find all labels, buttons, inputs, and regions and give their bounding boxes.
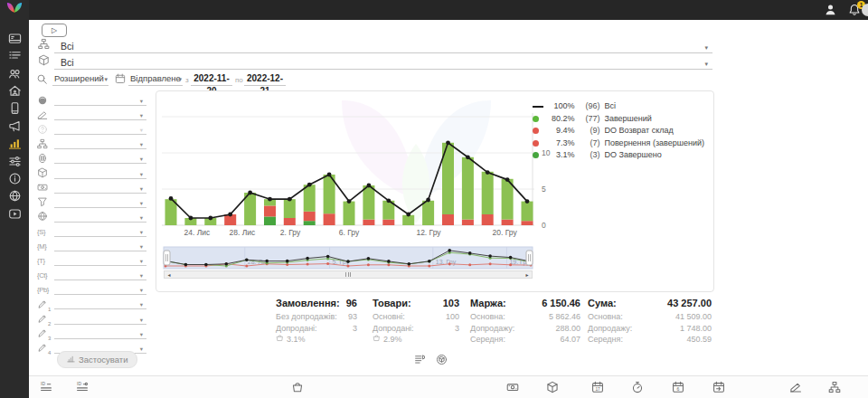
utm-term-filter-select[interactable]: {T} <box>36 252 146 267</box>
sidebar-item-info[interactable] <box>6 171 23 187</box>
bottombar-structure-icon[interactable] <box>828 381 841 397</box>
legend-percent: 80.2% <box>546 113 574 126</box>
utm-content-filter-select[interactable]: {Ct} <box>36 267 146 281</box>
legend-percent: 7.3% <box>546 137 574 150</box>
chevron-down-icon <box>140 127 143 134</box>
products-view-toggle[interactable] <box>436 353 448 369</box>
list-view-toggle[interactable] <box>414 353 426 369</box>
bottombar-orders-id-status-list-icon[interactable]: ID <box>76 381 89 397</box>
stat-row: Допродажу:1 748.00 <box>588 323 712 335</box>
legend-item[interactable]: 80.2%(77)Завершений <box>533 113 704 126</box>
chevron-down-icon <box>140 200 143 207</box>
run-report-button[interactable]: ▷ <box>42 24 67 37</box>
chevron-down-icon <box>140 243 143 251</box>
sidebar-item-dashboard[interactable] <box>6 30 23 46</box>
stat-row: Середня:64.07 <box>470 334 580 346</box>
stat-column: Товари:103Основні:100Допродані:32.9% <box>373 298 459 346</box>
chevron-down-icon <box>140 112 143 119</box>
payment-filter-select[interactable] <box>36 180 146 194</box>
utm-source-filter-select[interactable]: {S} <box>36 223 146 238</box>
select-underline <box>54 338 146 339</box>
user-avatar-icon[interactable] <box>824 3 837 20</box>
legend-item[interactable]: 100%(96)Всі <box>533 100 704 113</box>
bottombar-calendar-export-icon[interactable] <box>712 381 725 397</box>
legend-percent: 100% <box>546 100 574 113</box>
select-underline <box>54 178 146 179</box>
date-type-select[interactable]: Відправлене <box>128 72 183 86</box>
legend-count: (7) <box>578 137 599 150</box>
chart-scrollbar[interactable]: ◂ ▸ <box>164 270 533 279</box>
bottombar-orders-id-list-icon[interactable]: ID <box>40 381 52 397</box>
bottombar-level-icon[interactable] <box>789 381 802 397</box>
status-group-select[interactable]: Всі <box>36 40 712 53</box>
utm-campaign-filter-select[interactable]: {Pb} <box>36 281 146 296</box>
topbar: 1 <box>0 0 868 20</box>
sidebar-item-announcements[interactable] <box>6 118 23 134</box>
funnel-filter-select[interactable] <box>36 194 146 209</box>
scrollbar-grip[interactable] <box>341 271 355 278</box>
scroll-right-arrow[interactable]: ▸ <box>523 271 532 278</box>
level-filter-select[interactable] <box>36 107 146 121</box>
sphere-icon <box>37 95 52 106</box>
notifications-button[interactable]: 1 <box>848 4 861 20</box>
navigator-handle <box>526 251 533 265</box>
date-from-input[interactable]: 2022-11-20 <box>191 72 232 86</box>
bottombar-basket-icon[interactable] <box>291 381 304 397</box>
status-filter-select[interactable] <box>36 92 146 107</box>
bottombar-calendar-day-icon[interactable]: 17 <box>591 381 604 397</box>
svg-text:28. Лис: 28. Лис <box>230 228 257 237</box>
app-logo[interactable] <box>5 2 24 22</box>
select-underline <box>54 222 146 223</box>
legend-item[interactable]: 9.4%(9)DO Возврат склад <box>533 125 704 137</box>
custom-field-1-filter-select[interactable]: 1 <box>36 296 146 310</box>
custom-field-3-filter-select[interactable]: 3 <box>36 326 146 340</box>
stat-column: Маржа:6 150.46Основна:5 862.46Допродажу:… <box>470 298 580 346</box>
apply-button-label: Застосувати <box>79 355 127 365</box>
bottombar-payments-icon[interactable] <box>506 381 519 397</box>
legend-dot-marker <box>533 116 546 122</box>
identity-filter-select[interactable] <box>36 150 146 165</box>
pencil-icon: 2 <box>37 313 52 324</box>
search-icon <box>36 72 48 89</box>
profile-avatar[interactable] <box>862 4 868 16</box>
help-filter-select[interactable] <box>36 121 146 136</box>
product-group-value: Всі <box>61 57 74 68</box>
sidebar-item-tutorials[interactable] <box>6 205 23 222</box>
stat-row: Допродажу:288.00 <box>470 323 580 335</box>
level-icon <box>37 109 52 120</box>
sidebar-item-mobile-promo[interactable] <box>6 100 23 117</box>
sidebar-item-customers[interactable] <box>6 65 23 81</box>
site-filter-select[interactable] <box>36 209 146 223</box>
sitemap-icon <box>38 37 50 53</box>
chevron-down-icon <box>140 185 143 193</box>
bottombar-products-icon[interactable] <box>546 381 559 397</box>
select-underline <box>54 251 146 251</box>
stat-title: Товари:103 <box>373 298 459 308</box>
select-underline <box>54 119 146 120</box>
stat-title: Маржа:6 150.46 <box>470 298 580 308</box>
legend-item[interactable]: 7.3%(7)Повернення (завершений) <box>533 137 704 150</box>
search-mode-select[interactable]: Розширений <box>52 72 108 86</box>
product-group-select[interactable]: Всі <box>36 56 712 70</box>
scroll-left-arrow[interactable]: ◂ <box>165 271 174 278</box>
select-underline <box>54 280 146 280</box>
utm-medium-filter-select[interactable]: {M} <box>36 238 146 252</box>
sidebar-item-statistics[interactable] <box>6 136 23 152</box>
sidebar-item-settings[interactable] <box>6 153 23 169</box>
navigator-handle <box>164 251 170 265</box>
sidebar-item-integrations[interactable] <box>6 188 23 204</box>
structure-filter-select[interactable] <box>36 136 146 150</box>
select-underline <box>54 265 146 266</box>
product-filter-select[interactable] <box>36 165 146 179</box>
stat-row: Без допродажів:93 <box>276 311 357 323</box>
apply-button[interactable]: Застосувати <box>57 351 137 368</box>
select-underline <box>54 52 712 53</box>
sidebar-item-warehouse[interactable] <box>6 83 23 100</box>
custom-field-2-filter-select[interactable]: 2 <box>36 310 146 325</box>
stat-row: Середня:450.59 <box>588 334 712 346</box>
legend-item[interactable]: 3.1%(3)DO Завершено <box>533 149 704 162</box>
bottombar-timer-icon[interactable] <box>631 381 644 397</box>
date-to-input[interactable]: 2022-12-21 <box>244 72 286 86</box>
sidebar-item-orders[interactable] <box>6 48 23 64</box>
bottombar-calendar-finance-icon[interactable]: 6 <box>672 381 684 397</box>
